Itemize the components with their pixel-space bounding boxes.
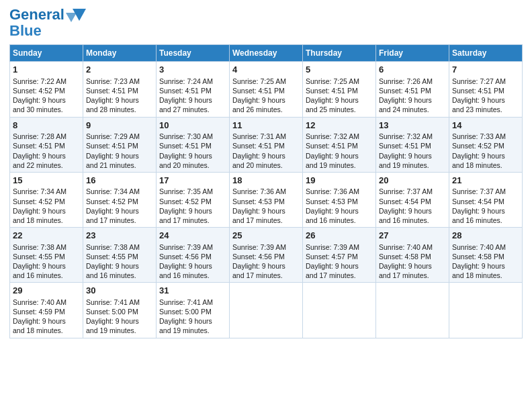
day-info-line: Sunrise: 7:32 AM: [379, 132, 446, 141]
day-number: 20: [379, 175, 446, 187]
calendar-cell: 8Sunrise: 7:28 AMSunset: 4:51 PMDaylight…: [10, 117, 83, 172]
calendar-week-row: 29Sunrise: 7:40 AMSunset: 4:59 PMDayligh…: [10, 283, 523, 338]
day-info-line: Sunrise: 7:34 AM: [86, 187, 153, 196]
logo: General Blue: [9, 7, 87, 39]
day-info-line: and 16 minutes.: [306, 216, 373, 225]
day-info-line: and 19 minutes.: [379, 161, 446, 170]
day-info-line: Daylight: 9 hours: [306, 206, 373, 216]
calendar-cell: 15Sunrise: 7:34 AMSunset: 4:52 PMDayligh…: [10, 172, 83, 227]
calendar-cell: 17Sunrise: 7:35 AMSunset: 4:52 PMDayligh…: [157, 172, 230, 227]
day-info-line: Daylight: 9 hours: [13, 95, 80, 105]
weekday-header-row: SundayMondayTuesdayWednesdayThursdayFrid…: [10, 45, 523, 62]
day-info-line: Sunrise: 7:39 AM: [232, 242, 300, 252]
day-info-line: Sunset: 4:51 PM: [159, 86, 226, 95]
calendar-cell: 7Sunrise: 7:27 AMSunset: 4:51 PMDaylight…: [449, 62, 523, 117]
day-info-line: Sunrise: 7:40 AM: [13, 298, 80, 307]
day-info-line: Daylight: 9 hours: [13, 206, 80, 216]
day-info-line: Daylight: 9 hours: [232, 95, 300, 105]
day-info-line: and 16 minutes.: [86, 271, 153, 280]
day-info-line: and 30 minutes.: [13, 105, 80, 114]
day-info-line: and 17 minutes.: [306, 271, 373, 280]
day-info-line: Sunset: 4:53 PM: [232, 197, 300, 206]
day-info-line: Sunrise: 7:39 AM: [306, 242, 373, 252]
day-info-line: Daylight: 9 hours: [379, 206, 446, 216]
day-info-line: Sunrise: 7:29 AM: [86, 132, 153, 141]
day-info-line: Daylight: 9 hours: [306, 261, 373, 271]
weekday-header-sunday: Sunday: [10, 45, 83, 62]
calendar-week-row: 22Sunrise: 7:38 AMSunset: 4:55 PMDayligh…: [10, 228, 523, 283]
day-number: 13: [379, 120, 446, 132]
logo-text: General: [9, 7, 64, 23]
day-info-line: and 18 minutes.: [13, 326, 80, 335]
day-info-line: Daylight: 9 hours: [86, 151, 153, 161]
day-info-line: Sunrise: 7:23 AM: [86, 77, 153, 86]
day-number: 23: [86, 230, 153, 242]
day-info-line: Daylight: 9 hours: [86, 316, 153, 326]
calendar: SundayMondayTuesdayWednesdayThursdayFrid…: [9, 44, 523, 338]
day-info-line: Sunset: 4:53 PM: [306, 197, 373, 206]
day-info-line: Daylight: 9 hours: [86, 95, 153, 105]
day-info-line: Sunset: 4:56 PM: [232, 252, 300, 261]
day-number: 28: [452, 230, 519, 242]
header: General Blue: [9, 7, 523, 39]
day-number: 17: [159, 175, 226, 187]
day-info-line: Sunrise: 7:24 AM: [159, 77, 226, 86]
calendar-cell: 16Sunrise: 7:34 AMSunset: 4:52 PMDayligh…: [83, 172, 157, 227]
day-info-line: Sunrise: 7:28 AM: [13, 132, 80, 141]
day-info-line: and 16 minutes.: [452, 216, 519, 225]
day-number: 14: [452, 120, 519, 132]
day-number: 27: [379, 230, 446, 242]
day-info-line: and 18 minutes.: [452, 271, 519, 280]
calendar-cell: 28Sunrise: 7:40 AMSunset: 4:58 PMDayligh…: [449, 228, 523, 283]
calendar-cell: 6Sunrise: 7:26 AMSunset: 4:51 PMDaylight…: [376, 62, 449, 117]
day-info-line: and 17 minutes.: [232, 271, 300, 280]
day-number: 22: [13, 230, 80, 242]
day-number: 24: [159, 230, 226, 242]
day-number: 31: [159, 285, 226, 297]
calendar-cell: 27Sunrise: 7:40 AMSunset: 4:58 PMDayligh…: [376, 228, 449, 283]
day-info-line: Sunset: 4:52 PM: [86, 197, 153, 206]
day-number: 29: [13, 285, 80, 297]
day-info-line: Sunset: 4:51 PM: [232, 141, 300, 150]
day-info-line: Daylight: 9 hours: [159, 316, 226, 326]
day-info-line: Sunrise: 7:37 AM: [379, 187, 446, 196]
day-number: 8: [13, 120, 80, 132]
day-info-line: Daylight: 9 hours: [232, 206, 300, 216]
day-info-line: Daylight: 9 hours: [13, 151, 80, 161]
day-info-line: and 19 minutes.: [86, 326, 153, 335]
calendar-cell: 29Sunrise: 7:40 AMSunset: 4:59 PMDayligh…: [10, 283, 83, 338]
day-info-line: and 16 minutes.: [159, 271, 226, 280]
day-info-line: Sunrise: 7:25 AM: [232, 77, 300, 86]
day-number: 19: [306, 175, 373, 187]
calendar-header: SundayMondayTuesdayWednesdayThursdayFrid…: [10, 45, 523, 62]
day-info-line: Daylight: 9 hours: [13, 261, 80, 271]
day-info-line: Sunrise: 7:41 AM: [159, 298, 226, 307]
day-info-line: Sunset: 4:51 PM: [379, 141, 446, 150]
day-info-line: Sunrise: 7:30 AM: [159, 132, 226, 141]
calendar-body: 1Sunrise: 7:22 AMSunset: 4:52 PMDaylight…: [10, 62, 523, 338]
day-info-line: Sunset: 4:51 PM: [306, 86, 373, 95]
day-info-line: and 28 minutes.: [86, 105, 153, 114]
day-number: 21: [452, 175, 519, 187]
day-info-line: Sunset: 4:51 PM: [232, 86, 300, 95]
day-info-line: Daylight: 9 hours: [232, 151, 300, 161]
day-info-line: Sunset: 4:57 PM: [306, 252, 373, 261]
calendar-cell: 26Sunrise: 7:39 AMSunset: 4:57 PMDayligh…: [303, 228, 376, 283]
day-info-line: Daylight: 9 hours: [306, 95, 373, 105]
day-info-line: and 20 minutes.: [232, 161, 300, 170]
day-number: 5: [306, 64, 373, 76]
day-number: 4: [232, 64, 300, 76]
day-number: 6: [379, 64, 446, 76]
calendar-cell: 31Sunrise: 7:41 AMSunset: 5:00 PMDayligh…: [157, 283, 230, 338]
day-info-line: Sunset: 4:52 PM: [159, 197, 226, 206]
day-number: 18: [232, 175, 300, 187]
day-info-line: Sunrise: 7:36 AM: [306, 187, 373, 196]
day-info-line: Sunrise: 7:39 AM: [159, 242, 226, 252]
calendar-cell: 23Sunrise: 7:38 AMSunset: 4:55 PMDayligh…: [83, 228, 157, 283]
calendar-cell: 18Sunrise: 7:36 AMSunset: 4:53 PMDayligh…: [230, 172, 303, 227]
day-info-line: Daylight: 9 hours: [379, 151, 446, 161]
day-info-line: Sunset: 4:51 PM: [86, 86, 153, 95]
day-info-line: Sunrise: 7:38 AM: [86, 242, 153, 252]
day-number: 15: [13, 175, 80, 187]
day-info-line: and 16 minutes.: [13, 271, 80, 280]
